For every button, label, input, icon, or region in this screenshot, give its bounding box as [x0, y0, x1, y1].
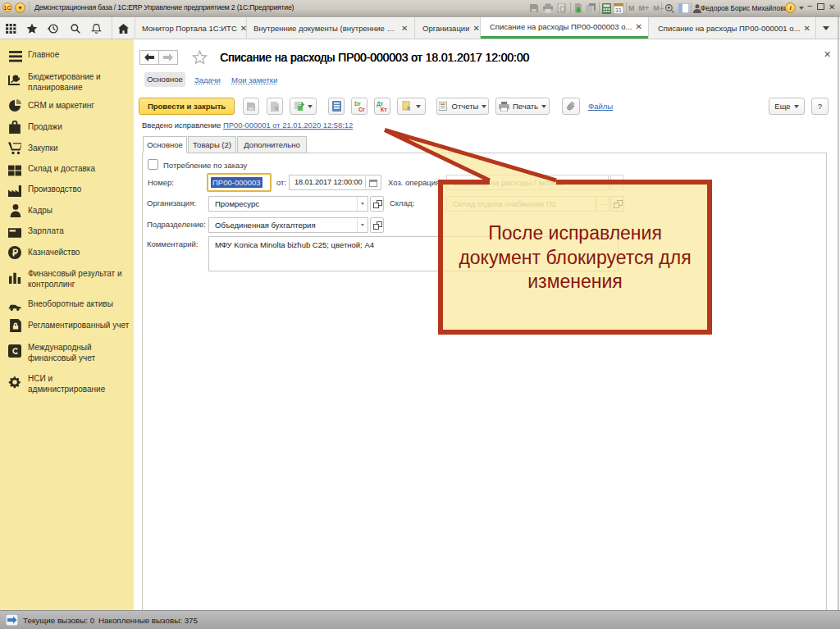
- svg-text:Cr: Cr: [358, 107, 365, 112]
- svg-text:Кт: Кт: [381, 107, 387, 112]
- svg-text:Dr: Dr: [354, 101, 361, 107]
- svg-text:31: 31: [615, 7, 622, 13]
